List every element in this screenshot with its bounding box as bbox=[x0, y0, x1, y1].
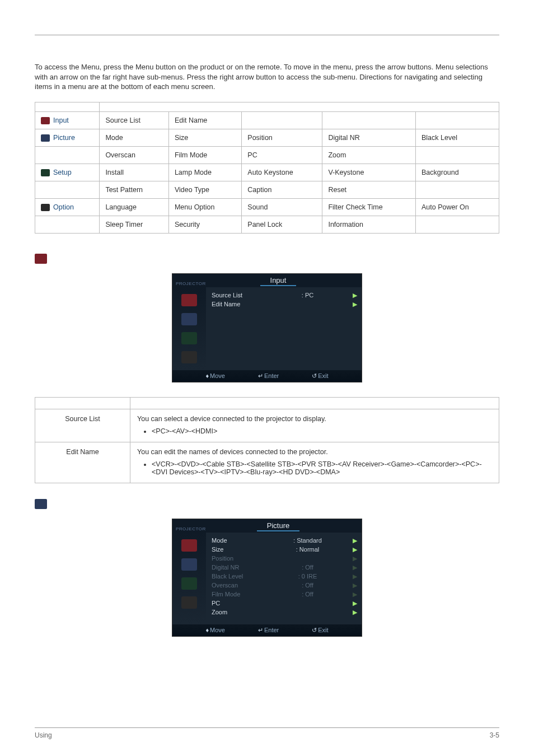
osd-row-label: Edit Name bbox=[212, 301, 265, 307]
osd-row-value: : PC bbox=[265, 292, 350, 298]
chevron-right-icon: ▶ bbox=[350, 600, 357, 607]
menu-item-cell: Auto Keystone bbox=[242, 164, 322, 181]
osd-row-label: Source List bbox=[212, 292, 265, 298]
osd-tab-icon bbox=[181, 558, 197, 571]
menu-category-label: Option bbox=[53, 203, 74, 211]
menu-category-cell: Picture bbox=[35, 129, 100, 146]
osd-row-label: Size bbox=[212, 546, 265, 553]
chevron-right-icon: ▶ bbox=[350, 537, 357, 544]
menu-item-cell: Panel Lock bbox=[242, 216, 322, 234]
osd-row-label: Mode bbox=[212, 537, 265, 544]
osd-tab-icon bbox=[181, 351, 197, 363]
osd-footer: ♦Move ↵Enter ↺Exit bbox=[172, 624, 362, 636]
osd-tab-icon bbox=[181, 294, 197, 306]
menu-item-cell: Source List bbox=[100, 111, 169, 129]
osd-picture-content: Mode: Standard▶Size: Normal▶Position▶Dig… bbox=[206, 533, 362, 624]
desc-row-body: You can edit the names of devices connec… bbox=[130, 442, 499, 483]
menu-overview-table: InputSource ListEdit NamePictureModeSize… bbox=[35, 102, 499, 234]
menu-item-cell bbox=[242, 111, 322, 129]
menu-item-cell: Menu Option bbox=[168, 199, 241, 216]
desc-row-name: Edit Name bbox=[35, 442, 130, 483]
menu-item-cell: Install bbox=[100, 164, 169, 181]
menu-item-cell: Position bbox=[242, 129, 322, 146]
chevron-right-icon: ▶ bbox=[350, 609, 357, 616]
menu-category-cell bbox=[35, 147, 100, 164]
osd-tab-icon bbox=[181, 577, 197, 590]
chevron-right-icon: ▶ bbox=[350, 582, 357, 589]
chevron-right-icon: ▶ bbox=[350, 555, 357, 562]
menu-item-cell: Background bbox=[415, 164, 499, 181]
menu-category-cell bbox=[35, 216, 100, 234]
desc-row-body: You can select a device connected to the… bbox=[130, 409, 499, 442]
menu-item-cell: Sound bbox=[242, 199, 322, 216]
osd-input-screenshot: PROJECTOR Input Source List: PC▶Edit Nam… bbox=[172, 273, 362, 382]
osd-picture-tabs bbox=[172, 533, 206, 624]
osd-row-label: PC bbox=[212, 600, 265, 606]
menu-item-cell: Black Level bbox=[415, 129, 499, 146]
osd-row-value: : Off bbox=[265, 582, 350, 589]
osd-footer: ♦Move ↵Enter ↺Exit bbox=[172, 370, 362, 382]
osd-tab-icon bbox=[181, 596, 197, 609]
osd-row-value: : Normal bbox=[265, 546, 350, 553]
menu-category-cell: Option bbox=[35, 199, 100, 216]
osd-row-value: : 0 IRE bbox=[265, 573, 350, 580]
menu-item-cell: Video Type bbox=[168, 181, 241, 199]
footer-page-number: 3-5 bbox=[490, 731, 499, 739]
osd-input-title: Input bbox=[260, 276, 297, 286]
osd-row-label: Position bbox=[212, 555, 265, 562]
osd-picture-screenshot: PROJECTOR Picture Mode: Standard▶Size: N… bbox=[172, 519, 362, 637]
osd-row-label: Film Mode bbox=[212, 591, 265, 598]
section-picture-icon-row bbox=[35, 499, 499, 511]
chevron-right-icon: ▶ bbox=[350, 564, 357, 571]
menu-item-cell: Security bbox=[168, 216, 241, 234]
menu-item-cell bbox=[415, 147, 499, 164]
menu-item-cell: Edit Name bbox=[168, 111, 241, 129]
input-icon bbox=[35, 254, 47, 264]
picture-icon bbox=[41, 134, 50, 142]
menu-item-cell: Language bbox=[100, 199, 169, 216]
option-icon bbox=[41, 204, 50, 211]
menu-item-cell: Auto Power On bbox=[415, 199, 499, 216]
menu-item-cell: V-Keystone bbox=[322, 164, 416, 181]
menu-item-cell: Zoom bbox=[322, 147, 416, 164]
osd-row-value: : Off bbox=[265, 591, 350, 598]
input-icon bbox=[41, 117, 50, 124]
osd-tab-icon bbox=[181, 313, 197, 325]
chevron-right-icon: ▶ bbox=[350, 301, 357, 308]
setup-icon bbox=[41, 169, 50, 176]
intro-paragraph: To access the Menu, press the Menu butto… bbox=[35, 62, 499, 92]
menu-item-cell: PC bbox=[242, 147, 322, 164]
menu-item-cell bbox=[322, 111, 416, 129]
osd-row-value: : Standard bbox=[265, 537, 350, 544]
osd-logo: PROJECTOR bbox=[172, 524, 206, 533]
menu-item-cell: Filter Check Time bbox=[322, 199, 416, 216]
desc-bullet: <PC>-<AV>-<HDMI> bbox=[152, 427, 492, 435]
menu-category-label: Setup bbox=[53, 169, 72, 176]
osd-logo: PROJECTOR bbox=[172, 279, 206, 287]
osd-row-label: Zoom bbox=[212, 609, 265, 615]
menu-item-cell bbox=[415, 181, 499, 199]
picture-icon bbox=[35, 499, 47, 509]
osd-tab-icon bbox=[181, 332, 197, 344]
menu-item-cell bbox=[415, 111, 499, 129]
chevron-right-icon: ▶ bbox=[350, 546, 357, 553]
chevron-right-icon: ▶ bbox=[350, 591, 357, 598]
menu-item-cell: Lamp Mode bbox=[168, 164, 241, 181]
menu-item-cell: Size bbox=[168, 129, 241, 146]
menu-item-cell: Caption bbox=[242, 181, 322, 199]
menu-category-cell: Setup bbox=[35, 164, 100, 181]
chevron-right-icon: ▶ bbox=[350, 292, 357, 299]
menu-category-label: Input bbox=[53, 116, 69, 124]
desc-row-name: Source List bbox=[35, 409, 130, 442]
osd-picture-title: Picture bbox=[257, 521, 299, 531]
osd-row-label: Black Level bbox=[212, 573, 265, 580]
top-rule bbox=[35, 35, 499, 35]
menu-item-cell: Sleep Timer bbox=[100, 216, 169, 234]
osd-input-tabs bbox=[172, 287, 206, 370]
menu-item-cell: Overscan bbox=[100, 147, 169, 164]
menu-item-cell: Film Mode bbox=[168, 147, 241, 164]
osd-row-label: Digital NR bbox=[212, 564, 265, 571]
menu-item-cell: Test Pattern bbox=[100, 181, 169, 199]
section-input-icon-row bbox=[35, 254, 499, 265]
input-desc-table: Source ListYou can select a device conne… bbox=[35, 397, 499, 483]
